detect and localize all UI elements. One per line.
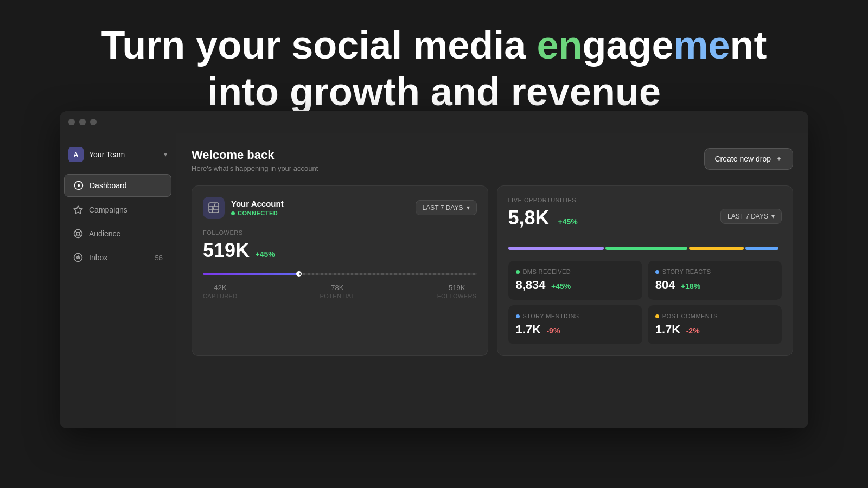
story-mentions-value-row: 1.7K -9% [516, 323, 635, 337]
sidebar-item-dashboard-label: Dashboard [90, 181, 127, 190]
post-comments-label-row: POST COMMENTS [655, 313, 774, 319]
svg-line-6 [75, 231, 77, 233]
followers-end-label: FOLLOWERS [437, 293, 477, 299]
story-reacts-change: +18% [681, 282, 700, 291]
title-bar [60, 111, 808, 133]
story-reacts-value: 804 [655, 278, 675, 292]
period-chevron-icon: ▾ [467, 204, 470, 211]
window-minimize-btn[interactable] [79, 119, 86, 125]
opp-bar-seg-2 [689, 247, 744, 250]
svg-point-3 [78, 185, 80, 187]
sidebar-item-dashboard[interactable]: Dashboard [64, 174, 171, 197]
sidebar: A Your Team ▾ Dashboard [60, 133, 176, 428]
followers-progress-bar [203, 273, 477, 275]
connected-text: CONNECTED [238, 210, 278, 216]
account-card: Your Account CONNECTED LAST 7 DAYS ▾ [192, 185, 488, 356]
opp-bar-seg-0 [508, 247, 604, 250]
story-reacts-value-row: 804 +18% [655, 278, 774, 292]
progress-potential: 78K POTENTIAL [320, 284, 355, 299]
post-comments-value: 1.7K [655, 323, 680, 336]
plus-icon: ＋ [775, 154, 783, 164]
opportunities-card: LIVE OPPORTUNITIES 5,8K +45% LAST 7 DAYS… [497, 185, 794, 356]
sidebar-item-campaigns-label: Campaigns [89, 206, 127, 214]
followers-section: FOLLOWERS 519K +45% [203, 229, 477, 262]
opp-bar-seg-1 [605, 247, 687, 250]
welcome-subtitle: Here's what's happening in your account [192, 164, 318, 172]
post-comments-dot [655, 314, 659, 318]
account-info: Your Account CONNECTED [203, 197, 284, 219]
sidebar-item-inbox[interactable]: Inbox 56 [64, 247, 171, 268]
metric-story-reacts: STORY REACTS 804 +18% [648, 261, 782, 300]
create-new-drop-button[interactable]: Create new drop ＋ [704, 148, 793, 170]
opportunities-bar [508, 247, 782, 250]
account-details: Your Account CONNECTED [231, 199, 284, 216]
dms-label: DMS RECEIVED [523, 268, 571, 275]
opp-value: 5,8K [508, 207, 550, 229]
story-mentions-label-row: STORY MENTIONS [516, 313, 635, 319]
followers-label: FOLLOWERS [203, 229, 477, 236]
story-mentions-change: -9% [546, 326, 560, 335]
inbox-icon [73, 252, 84, 263]
connected-dot [231, 211, 235, 215]
create-btn-label: Create new drop [714, 155, 771, 163]
metrics-grid: DMS RECEIVED 8,834 +45% STORY REACT [508, 261, 782, 344]
opp-change: +45% [558, 217, 578, 226]
story-reacts-dot [655, 270, 659, 274]
window-close-btn[interactable] [68, 119, 75, 125]
svg-line-14 [212, 203, 215, 213]
svg-point-5 [76, 232, 80, 235]
hero-line2: into growth and revenue [207, 70, 661, 113]
account-logo [203, 197, 225, 219]
dms-change: +45% [551, 282, 571, 291]
progress-bar-container: 42K CAPTURED 78K POTENTIAL 519K FOLLOWER… [203, 273, 477, 299]
story-reacts-label: STORY REACTS [662, 268, 711, 275]
dms-value-row: 8,834 +45% [516, 278, 635, 292]
opp-period-selector[interactable]: LAST 7 DAYS ▾ [720, 209, 782, 224]
app-window: A Your Team ▾ Dashboard [60, 111, 808, 428]
opp-number: 5,8K +45% [508, 207, 578, 229]
svg-line-7 [79, 235, 81, 236]
sidebar-item-audience[interactable]: Audience [64, 223, 171, 245]
dms-label-row: DMS RECEIVED [516, 268, 635, 275]
post-comments-change: -2% [686, 326, 700, 335]
content-header: Welcome back Here's what's happening in … [192, 148, 793, 172]
cards-row: Your Account CONNECTED LAST 7 DAYS ▾ [192, 185, 793, 356]
progress-fill [203, 273, 299, 275]
story-reacts-label-row: STORY REACTS [655, 268, 774, 275]
metric-story-mentions: STORY MENTIONS 1.7K -9% [508, 305, 642, 344]
inbox-badge: 56 [155, 254, 163, 262]
dms-value: 8,834 [516, 278, 546, 292]
team-name: Your Team [89, 150, 158, 159]
connected-badge: CONNECTED [231, 210, 284, 216]
account-period-selector[interactable]: LAST 7 DAYS ▾ [416, 200, 477, 215]
audience-icon [73, 228, 84, 239]
progress-captured: 42K CAPTURED [203, 284, 238, 299]
progress-dashed [299, 273, 477, 275]
followers-value: 519K [203, 239, 250, 261]
sidebar-item-inbox-label: Inbox [89, 253, 107, 262]
captured-value: 42K [203, 284, 238, 292]
opp-label: LIVE OPPORTUNITIES [508, 197, 578, 203]
followers-change: +45% [256, 250, 275, 259]
welcome-section: Welcome back Here's what's happening in … [192, 148, 318, 172]
progress-labels: 42K CAPTURED 78K POTENTIAL 519K FOLLOWER… [203, 284, 477, 299]
account-name: Your Account [231, 199, 284, 208]
sidebar-item-campaigns[interactable]: Campaigns [64, 199, 171, 221]
highlight-en: en [537, 23, 582, 67]
opp-period-label: LAST 7 DAYS [727, 213, 768, 220]
story-mentions-dot [516, 314, 520, 318]
main-layout: A Your Team ▾ Dashboard [60, 133, 808, 428]
progress-followers-end: 519K FOLLOWERS [437, 284, 477, 299]
welcome-title: Welcome back [192, 148, 318, 162]
window-maximize-btn[interactable] [90, 119, 97, 125]
svg-line-8 [79, 231, 81, 233]
sidebar-item-audience-label: Audience [89, 229, 120, 238]
campaigns-icon [73, 204, 84, 215]
opp-title-area: LIVE OPPORTUNITIES 5,8K +45% [508, 197, 578, 236]
team-selector[interactable]: A Your Team ▾ [60, 142, 176, 168]
hero-headline: Turn your social media engagement into g… [0, 22, 868, 115]
opp-bar-seg-3 [745, 247, 778, 250]
potential-value: 78K [320, 284, 355, 292]
story-mentions-value: 1.7K [516, 323, 541, 336]
story-mentions-label: STORY MENTIONS [523, 313, 579, 319]
